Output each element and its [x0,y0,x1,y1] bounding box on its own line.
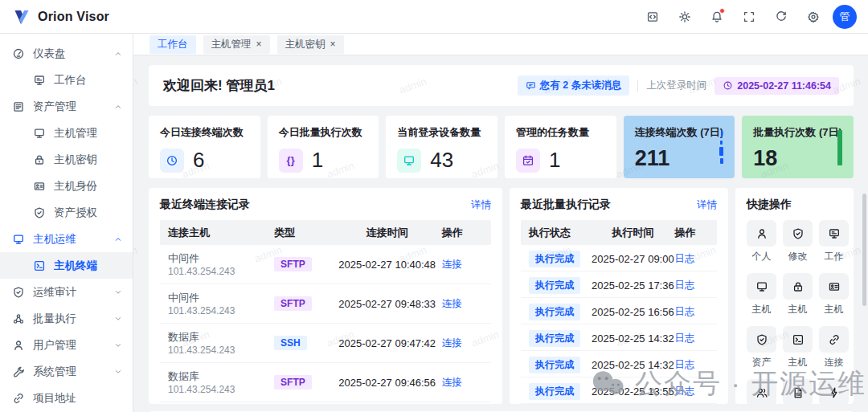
sidebar-item-workbench[interactable]: 工作台 [0,67,133,93]
connect-link[interactable]: 连接 [442,337,483,350]
col-header: 操作 [442,226,483,240]
fullscreen-icon[interactable] [736,4,762,30]
sidebar-item-label: 资产管理 [33,100,105,114]
type-badge: SFTP [274,375,312,390]
quick-action-label: 主机 [825,303,844,316]
monitor-icon [747,273,776,300]
vertical-scrollbar[interactable] [862,194,866,306]
sidebar-item-host-keys[interactable]: 主机密钥 [0,146,133,173]
quick-action-asset-auth[interactable]: 资产 [747,326,776,369]
quick-action-profile[interactable]: 个人 [747,220,776,263]
calendar-check-icon [516,149,540,173]
quick-action-host-identity[interactable]: 主机 [819,273,849,316]
log-link[interactable]: 日志 [675,279,709,292]
terminal-window-icon[interactable] [640,4,665,30]
table-row: 执行完成 2025-02-27 09:00 日志 [521,245,717,271]
quick-action-host-keys[interactable]: 主机 [783,273,813,316]
status-badge: 执行完成 [529,251,580,267]
tab-host-keys[interactable]: 主机密钥× [277,35,344,54]
sidebar-item-asset-management[interactable]: 资产管理 [0,93,133,120]
sidebar-item-asset-authorization[interactable]: 资产授权 [0,199,133,226]
stat-label: 今日连接终端次数 [160,125,249,140]
tab-label: 主机密钥 [285,38,326,51]
stat-card-batch-today: 今日批量执行次数 {} 1 [268,116,379,178]
quick-action-commands[interactable]: 命令 [819,379,849,404]
stat-cards: 今日连接终端次数 6 今日批量执行次数 {} 1 当前登录设备数量 [149,116,854,178]
log-link[interactable]: 日志 [675,385,709,398]
log-link[interactable]: 日志 [675,358,709,372]
sidebar-item-host-ops[interactable]: 主机运维 [0,226,133,252]
refresh-icon[interactable] [768,4,794,30]
exec-time: 2025-02-25 17:36 [591,279,674,292]
dashboard-content: 欢迎回来! 管理员1 您有 2 条未读消息 上次登录时间 2025-02-27 … [133,55,868,412]
quick-action-file-logs[interactable]: 文件 [783,379,813,404]
chevron-down-icon [113,314,123,324]
log-link[interactable]: 日志 [675,305,709,319]
quick-action-host-terminal[interactable]: 主机 [783,326,813,369]
stat-value: 1 [549,148,560,173]
table-row: 执行完成 2025-02-25 14:32 日志 [521,324,717,351]
connect-link[interactable]: 连接 [442,376,483,390]
sidebar-item-user-management[interactable]: 用户管理 [0,332,133,358]
user-avatar[interactable]: 管 [833,5,857,29]
table-header: 连接主机 类型 连接时间 操作 [160,220,491,245]
quick-action-label: 个人 [752,250,772,263]
close-icon[interactable]: × [256,39,262,49]
notifications-bell-icon[interactable] [704,4,730,30]
welcome-banner: 欢迎回来! 管理员1 您有 2 条未读消息 上次登录时间 2025-02-27 … [149,65,854,106]
stat-card-terminal-today: 今日连接终端次数 6 [149,116,260,178]
id-card-icon [819,273,849,300]
sidebar-item-host-management[interactable]: 主机管理 [0,120,133,146]
tab-label: 主机管理 [211,38,252,51]
stat-card-batch-7d: 批量执行次数 (7日) 18 [742,116,854,178]
chevron-up-icon [113,102,123,112]
tab-label: 工作台 [158,38,188,51]
sidebar-item-label: 主机运维 [33,232,105,247]
quick-action-label: 资产 [752,356,772,369]
quick-action-workbench[interactable]: 工作 [819,220,849,263]
theme-toggle-icon[interactable] [672,4,698,30]
sidebar-item-system-management[interactable]: 系统管理 [0,358,133,385]
tab-workbench[interactable]: 工作台 [149,35,196,54]
unread-messages-badge[interactable]: 您有 2 条未读消息 [518,75,629,96]
sidebar-item-host-identity[interactable]: 主机身份 [0,173,133,199]
type-badge: SFTP [274,257,312,271]
quick-action-hosts[interactable]: 主机 [747,273,776,316]
bolt-icon [819,379,849,404]
quick-action-online-users[interactable]: 在线 [747,379,776,404]
log-link[interactable]: 日志 [675,332,709,345]
details-link[interactable]: 详情 [697,198,717,212]
sidebar-item-host-terminal[interactable]: 主机终端 [0,252,133,279]
col-header: 执行时间 [591,226,674,240]
settings-gear-icon[interactable] [800,4,826,30]
connect-link[interactable]: 连接 [442,297,483,311]
stat-value: 18 [753,146,842,171]
welcome-title: 欢迎回来! 管理员1 [163,76,275,95]
chevron-up-icon [113,49,123,59]
topbar-actions: 管 [640,4,857,30]
sidebar-item-batch-execution[interactable]: 批量执行 [0,305,133,332]
quick-action-label: 修改 [788,250,808,263]
sidebar-item-dashboard[interactable]: 仪表盘 [0,40,133,67]
stat-label: 当前登录设备数量 [397,125,486,140]
sidebar-item-project-url[interactable]: 项目地址 [0,385,133,411]
braces-icon: {} [279,149,303,173]
type-badge: SSH [274,336,307,350]
panel-title: 最近批量执行记录 [521,198,611,212]
host-ip: 101.43.254.243 [168,384,235,395]
watermark-text: admin [133,75,139,96]
sidebar-item-ops-audit[interactable]: 运维审计 [0,279,133,305]
exec-time: 2025-02-25 14:32 [591,332,674,345]
chevron-up-icon [113,235,123,244]
quick-action-connect-records[interactable]: 连接 [819,326,849,369]
exec-records-panel: 最近批量执行记录 详情 执行状态 执行时间 操作 执行完成 2025-02-27… [510,188,728,404]
log-link[interactable]: 日志 [675,252,709,266]
sidebar-item-label: 工作台 [54,73,123,88]
tab-host-management[interactable]: 主机管理× [203,35,270,54]
table-row: 执行完成 2025-02-25 17:36 日志 [521,271,717,298]
connect-link[interactable]: 连接 [442,258,483,271]
close-icon[interactable]: × [330,39,336,49]
details-link[interactable]: 详情 [471,198,491,212]
panel-title: 快捷操作 [747,198,792,212]
quick-action-change-password[interactable]: 修改 [783,220,813,263]
